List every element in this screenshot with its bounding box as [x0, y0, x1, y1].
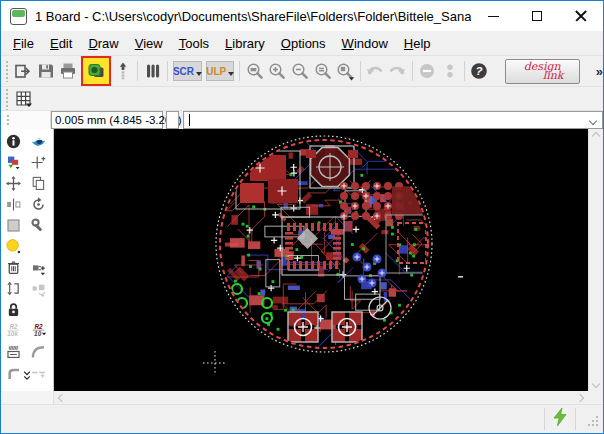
- show-tool[interactable]: [26, 131, 51, 152]
- toolbar-separator: [412, 61, 413, 81]
- miter-tool[interactable]: [26, 341, 51, 362]
- zoom-out-icon: [290, 61, 310, 81]
- info-tool[interactable]: [1, 131, 26, 152]
- group-tool[interactable]: [1, 215, 26, 236]
- open-board-button[interactable]: [12, 59, 35, 83]
- script-button[interactable]: SCR: [173, 61, 202, 81]
- menu-options[interactable]: Options: [273, 33, 334, 54]
- scroll-up-icon[interactable]: [592, 132, 600, 140]
- vertical-scrollbar[interactable]: [588, 129, 603, 391]
- command-bar: 0.005 mm (4.845 -3.200): [1, 111, 603, 129]
- design-link-button[interactable]: design link: [505, 59, 580, 84]
- mark-tool[interactable]: [26, 152, 51, 173]
- rotate-tool[interactable]: [26, 194, 51, 215]
- svg-text:R2: R2: [34, 323, 43, 330]
- grid-icon: [14, 89, 34, 109]
- zoom-in-button[interactable]: [266, 59, 289, 83]
- lock-tool[interactable]: [1, 299, 26, 320]
- name-tool[interactable]: R2 10k: [1, 320, 26, 341]
- go-button[interactable]: [438, 59, 461, 83]
- text-caret: [189, 114, 190, 126]
- window-title: 1 Board - C:\Users\codyr\Documents\Share…: [35, 9, 471, 24]
- menu-view[interactable]: View: [127, 33, 171, 54]
- layer-settings-button[interactable]: [141, 59, 164, 83]
- change-tool[interactable]: [26, 215, 51, 236]
- maximize-button[interactable]: [515, 1, 559, 31]
- menu-library[interactable]: Library: [217, 33, 273, 54]
- mini-status-box: [166, 111, 179, 129]
- tool-palette: R2 10k R2 10: [1, 129, 54, 391]
- toolbar-drag-handle[interactable]: [5, 60, 10, 82]
- zoom-redraw-button[interactable]: [311, 59, 334, 83]
- vertical-bars-icon: [143, 61, 163, 81]
- scroll-left-icon[interactable]: [58, 393, 66, 401]
- minimize-button[interactable]: [471, 1, 515, 31]
- copy-tool[interactable]: [26, 173, 51, 194]
- up-arrow-column-icon: [113, 61, 133, 81]
- stop-button[interactable]: [416, 59, 439, 83]
- toolbar-overflow-button[interactable]: »: [596, 64, 603, 79]
- plug-icon: [30, 259, 47, 276]
- empty-cell: [26, 299, 51, 320]
- zoom-in-icon: [267, 61, 287, 81]
- app-icon: [10, 8, 27, 25]
- board-canvas[interactable]: [54, 129, 588, 391]
- horizontal-scrollbar[interactable]: [54, 391, 588, 404]
- zoom-fit-button[interactable]: [243, 59, 266, 83]
- window-resize-grip[interactable]: [588, 413, 599, 431]
- pin-swap-tool[interactable]: [1, 278, 26, 299]
- value-tool[interactable]: R2 10: [26, 320, 51, 341]
- zoom-redraw-icon: [313, 61, 333, 81]
- dropdown-arrow-icon: [196, 72, 202, 76]
- redo-button[interactable]: [386, 59, 409, 83]
- application-window: 1 Board - C:\Users\codyr\Documents\Share…: [0, 0, 604, 434]
- display-layers-tool[interactable]: [1, 152, 26, 173]
- status-separator: [575, 408, 576, 430]
- close-button[interactable]: [559, 1, 603, 31]
- yellowdot-icon: [5, 238, 22, 255]
- undo-icon: [365, 61, 385, 81]
- menu-window[interactable]: Window: [334, 33, 396, 54]
- ulp-button[interactable]: ULP: [206, 61, 234, 81]
- delete-tool[interactable]: [1, 257, 26, 278]
- toolbar-drag-handle[interactable]: [5, 88, 10, 110]
- save-button[interactable]: [34, 59, 57, 83]
- print-button[interactable]: [57, 59, 80, 83]
- ulp-label: ULP: [206, 66, 226, 77]
- mirror-tool[interactable]: [1, 194, 26, 215]
- help-button[interactable]: ?: [468, 59, 491, 83]
- menu-draw[interactable]: Draw: [80, 33, 126, 54]
- coordinate-readout: 0.005 mm (4.845 -3.200): [51, 111, 163, 129]
- scroll-down-icon[interactable]: [592, 380, 600, 388]
- smash-tool[interactable]: [1, 341, 26, 362]
- layer-order-button[interactable]: [112, 59, 135, 83]
- toolbar-separator: [360, 61, 361, 81]
- more-tools-button[interactable]: [1, 369, 53, 387]
- scroll-right-icon[interactable]: [576, 393, 584, 401]
- rotate-icon: [30, 196, 47, 213]
- menu-edit[interactable]: Edit: [42, 33, 80, 54]
- grid-button[interactable]: [12, 87, 36, 111]
- maximize-icon: [532, 11, 542, 21]
- svg-text:R2: R2: [9, 323, 18, 330]
- command-input[interactable]: [184, 112, 602, 128]
- undo-button[interactable]: [363, 59, 386, 83]
- menu-tools[interactable]: Tools: [171, 33, 217, 54]
- zoom-select-button[interactable]: [334, 59, 357, 83]
- drc-lightning-icon[interactable]: [551, 407, 569, 431]
- dropdown-arrow-icon: [228, 72, 234, 76]
- open-board-icon: [13, 61, 33, 81]
- trash-icon: [5, 259, 22, 276]
- yellow-circle-tool[interactable]: [1, 236, 26, 257]
- double-chevron-down-icon: [20, 369, 34, 387]
- move-tool[interactable]: [1, 173, 26, 194]
- menu-file[interactable]: File: [5, 33, 42, 54]
- drag-handle[interactable]: [6, 114, 11, 126]
- board-schematic-toggle-button[interactable]: [84, 59, 108, 83]
- add-part-tool[interactable]: [26, 257, 51, 278]
- gate-swap-tool[interactable]: [26, 278, 51, 299]
- svg-text:?: ?: [476, 65, 483, 77]
- blank-icon: [30, 238, 47, 255]
- zoom-out-button[interactable]: [289, 59, 312, 83]
- menu-help[interactable]: Help: [396, 33, 439, 54]
